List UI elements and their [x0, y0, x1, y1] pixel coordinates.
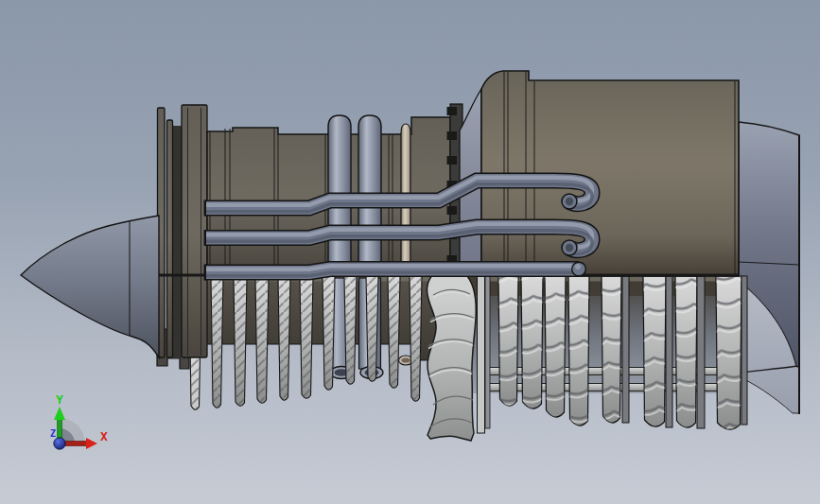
fan-case-front[interactable] — [157, 105, 207, 369]
z-axis-sphere — [54, 438, 65, 449]
big-blade-platform — [478, 272, 485, 433]
fan-blade[interactable] — [410, 276, 422, 401]
flange-bolt — [447, 107, 458, 115]
pipe-end-cap — [204, 265, 206, 281]
turbine-blade[interactable] — [602, 276, 621, 423]
fan-case-flange[interactable] — [182, 105, 207, 357]
viewport-3d[interactable]: Z Y X — [0, 0, 820, 504]
x-axis-label: X — [100, 429, 108, 443]
fan-blade[interactable] — [323, 276, 335, 390]
big-fan-blade[interactable] — [427, 271, 490, 441]
turbine-blade[interactable] — [545, 276, 566, 417]
turbine-blade[interactable] — [498, 276, 518, 406]
flange-gap — [173, 126, 182, 357]
flange-bolt — [447, 131, 458, 140]
flange-bolt — [447, 156, 458, 165]
blade-rod — [666, 276, 672, 427]
fan-case-flange[interactable] — [167, 120, 173, 357]
pipe-end-cap — [204, 200, 206, 217]
fan-blade[interactable] — [278, 276, 290, 400]
cad-viewport-frame: Z Y X — [0, 0, 820, 504]
fan-blade[interactable] — [300, 276, 313, 398]
pipe-hook-bore — [566, 198, 573, 205]
pipe-end-highlight — [575, 264, 581, 269]
fan-blade[interactable] — [344, 276, 357, 384]
turbine-blade[interactable] — [716, 276, 741, 429]
z-axis-label: Z — [50, 428, 56, 439]
y-axis-label: Y — [56, 392, 63, 407]
fan-blade[interactable] — [255, 276, 269, 403]
pipe-hook-bore — [566, 244, 573, 252]
tan-pipe-bore — [402, 357, 410, 362]
turbine-blade[interactable] — [675, 276, 697, 427]
fan-blade[interactable] — [234, 276, 247, 406]
blade-rod — [622, 276, 629, 423]
fan-blade[interactable] — [366, 276, 378, 381]
flange-bolt — [447, 206, 458, 215]
fan-blade[interactable] — [211, 276, 223, 408]
turbine-blade[interactable] — [643, 276, 666, 426]
big-blade-post — [485, 272, 490, 428]
blade-rod — [697, 276, 705, 428]
turbine-blade[interactable] — [568, 276, 589, 426]
pipe-end-cap — [204, 230, 206, 246]
fan-blade[interactable] — [388, 276, 400, 388]
blade-rod — [741, 276, 747, 425]
turbine-blade[interactable] — [521, 276, 543, 408]
